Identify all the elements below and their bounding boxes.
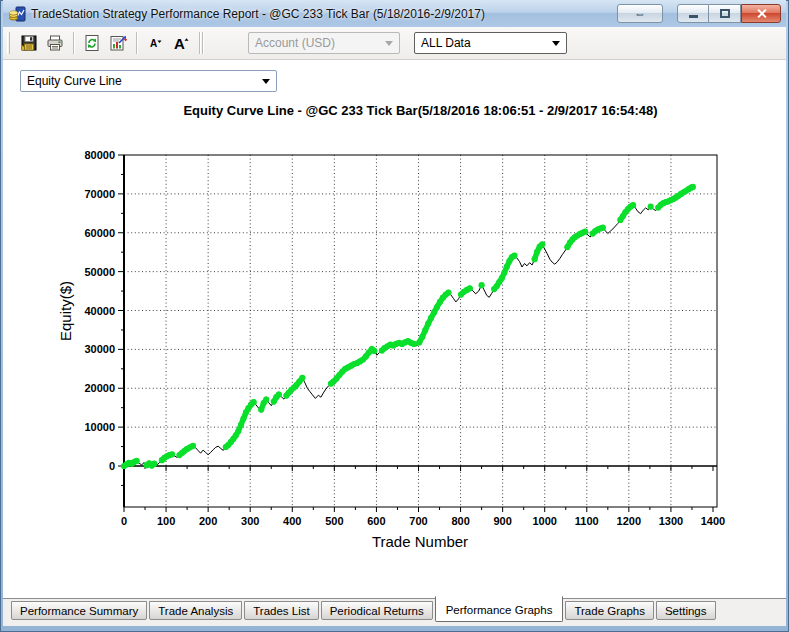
svg-text:A: A [150,38,157,49]
app-icon [9,6,26,22]
refresh-icon [83,34,101,52]
save-icon [20,34,38,52]
maximize-button[interactable] [709,4,741,23]
app-window: TradeStation Strategy Performance Report… [0,0,789,632]
print-button[interactable] [42,30,68,56]
svg-text:1300: 1300 [659,515,683,527]
data-range-dropdown[interactable]: ALL Data [414,32,567,54]
tab-performance-summary[interactable]: Performance Summary [11,601,147,620]
font-increase-icon: A [171,34,191,52]
graph-type-dropdown-value: Equity Curve Line [27,74,122,88]
svg-text:80000: 80000 [84,149,115,161]
svg-text:200: 200 [199,515,217,527]
tab-bar: Performance Summary Trade Analysis Trade… [3,598,786,626]
minimize-icon [689,15,698,18]
svg-text:1200: 1200 [617,515,641,527]
svg-text:0: 0 [109,460,115,472]
font-decrease-button[interactable]: A [142,30,168,56]
toolbar-separator [199,32,200,54]
account-dropdown[interactable]: Account (USD) [248,32,400,54]
svg-text:600: 600 [367,515,385,527]
svg-text:30000: 30000 [84,343,115,355]
x-axis-label: Trade Number [372,533,468,550]
toolbar-grip[interactable] [7,32,10,54]
svg-text:1000: 1000 [532,515,556,527]
chevron-down-icon [552,41,560,46]
y-axis-label: Equity($) [57,281,74,341]
svg-text:800: 800 [451,515,469,527]
report-settings-button[interactable] [105,30,131,56]
equity-curve-chart: 0100200300400500600700800900100011001200… [3,123,786,593]
chevron-down-icon [385,41,393,46]
svg-text:700: 700 [409,515,427,527]
svg-text:400: 400 [283,515,301,527]
svg-text:1400: 1400 [701,515,725,527]
tab-periodical-returns[interactable]: Periodical Returns [321,601,433,620]
dock-icon: ⇔ [634,7,646,21]
svg-text:70000: 70000 [84,188,115,200]
toolbar-separator [136,32,137,54]
graph-type-dropdown[interactable]: Equity Curve Line [20,70,277,92]
toolbar: A A Account (USD) ALL Data [3,27,786,60]
tab-settings[interactable]: Settings [656,601,716,620]
window-title: TradeStation Strategy Performance Report… [31,7,485,21]
close-icon [756,8,767,19]
account-dropdown-value: Account (USD) [255,36,335,50]
svg-text:A: A [174,35,185,52]
svg-text:500: 500 [325,515,343,527]
svg-text:100: 100 [157,515,175,527]
tab-trades-list[interactable]: Trades List [244,601,318,620]
chart-title: Equity Curve Line - @GC 233 Tick Bar(5/1… [3,103,786,118]
report-settings-icon [109,34,128,52]
svg-text:900: 900 [493,515,511,527]
font-decrease-icon: A [146,34,164,52]
svg-text:1100: 1100 [575,515,599,527]
close-button[interactable] [741,4,781,23]
tab-performance-graphs[interactable]: Performance Graphs [435,596,564,622]
svg-text:300: 300 [241,515,259,527]
tab-trade-analysis[interactable]: Trade Analysis [149,601,242,620]
svg-text:10000: 10000 [84,421,115,433]
refresh-button[interactable] [79,30,105,56]
minimize-button[interactable] [677,4,709,23]
toolbar-separator [202,32,203,54]
title-bar[interactable]: TradeStation Strategy Performance Report… [3,0,786,27]
tab-trade-graphs[interactable]: Trade Graphs [565,601,654,620]
maximize-icon [720,9,730,18]
save-button[interactable] [16,30,42,56]
toolbar-separator [73,32,74,54]
svg-text:40000: 40000 [84,305,115,317]
svg-text:0: 0 [121,515,127,527]
data-range-dropdown-value: ALL Data [421,36,471,50]
dock-window-button[interactable]: ⇔ [617,4,663,23]
svg-text:20000: 20000 [84,382,115,394]
chevron-down-icon [262,79,270,84]
print-icon [46,34,64,52]
report-content: Equity Curve Line Equity Curve Line - @G… [3,60,786,598]
svg-text:60000: 60000 [84,227,115,239]
svg-text:50000: 50000 [84,266,115,278]
font-increase-button[interactable]: A [168,30,194,56]
